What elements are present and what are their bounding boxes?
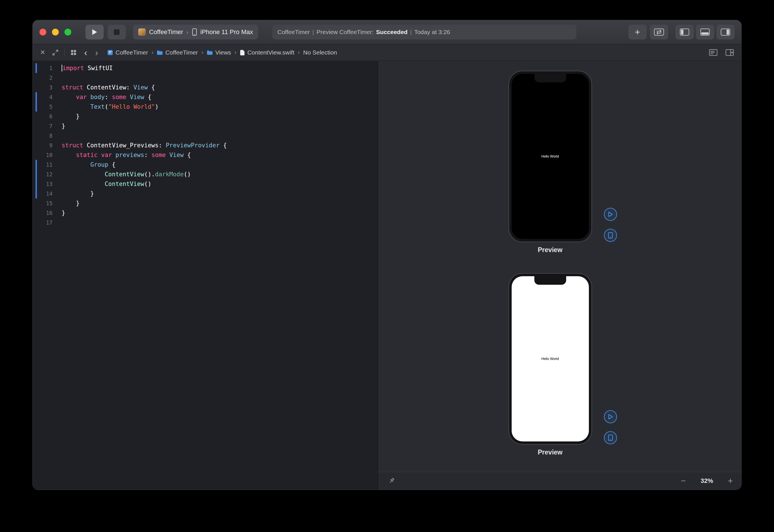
code-line[interactable]: 1import SwiftUI	[33, 63, 378, 73]
line-number[interactable]: 15	[33, 198, 53, 208]
editor-orientation-button[interactable]	[650, 25, 668, 39]
line-number[interactable]: 4	[33, 92, 53, 102]
preview-on-device-button[interactable]	[604, 229, 617, 242]
code-line[interactable]: 8	[33, 131, 378, 141]
breadcrumb-item-coffeetimer[interactable]: CoffeeTimer	[107, 49, 148, 56]
line-number[interactable]: 6	[33, 112, 53, 121]
code-line[interactable]: 16}	[33, 208, 378, 218]
toggle-navigator-button[interactable]	[675, 25, 694, 39]
zoom-controls: − 32% +	[681, 477, 733, 485]
close-editor-button[interactable]: ✕	[39, 49, 46, 56]
zoom-window-button[interactable]	[64, 29, 71, 35]
line-number[interactable]: 12	[33, 169, 53, 179]
device-circle-icon	[608, 232, 613, 239]
text-cursor	[62, 65, 62, 72]
zoom-in-button[interactable]: +	[728, 477, 733, 485]
panel-bottom-icon	[700, 28, 710, 36]
go-forward-button[interactable]: ›	[93, 48, 100, 57]
code-line[interactable]: 10 static var previews: some View {	[33, 150, 378, 160]
minimize-window-button[interactable]	[52, 29, 59, 35]
line-number[interactable]: 7	[33, 121, 53, 131]
code-line[interactable]: 9struct ContentView_Previews: PreviewPro…	[33, 141, 378, 150]
breadcrumb: CoffeeTimer›CoffeeTimer›Views›ContentVie…	[107, 49, 703, 56]
line-number[interactable]: 13	[33, 179, 53, 189]
code-line[interactable]: 12 ContentView().darkMode()	[33, 169, 378, 179]
code-text: }	[62, 123, 65, 129]
phone-notch	[534, 276, 566, 285]
device-circle-icon	[608, 434, 613, 441]
line-number[interactable]: 10	[33, 150, 53, 160]
breadcrumb-label: Views	[215, 49, 231, 56]
code-text: }	[62, 200, 80, 207]
line-number[interactable]: 5	[33, 102, 53, 112]
code-line[interactable]: 17	[33, 218, 378, 227]
code-line[interactable]: 14 }	[33, 189, 378, 198]
code-text: ContentView().darkMode()	[62, 171, 191, 178]
line-number[interactable]: 2	[33, 73, 53, 83]
line-number[interactable]: 1	[33, 63, 53, 73]
breadcrumb-item-contentview-swift[interactable]: ContentView.swift	[240, 49, 294, 56]
preview-buttons	[604, 208, 617, 242]
breadcrumb-label: CoffeeTimer	[165, 49, 198, 56]
folder-icon	[207, 50, 213, 55]
zoom-level[interactable]: 32%	[700, 477, 713, 485]
code-text: ContentView()	[62, 181, 151, 187]
code-line[interactable]: 3struct ContentView: View {	[33, 83, 378, 92]
code-line[interactable]: 2	[33, 73, 378, 83]
line-number[interactable]: 8	[33, 131, 53, 141]
window-controls	[39, 29, 71, 35]
close-window-button[interactable]	[39, 29, 46, 35]
activity-viewer[interactable]: CoffeeTimer | Preview CoffeeTimer: Succe…	[272, 25, 576, 39]
code-line[interactable]: 13 ContentView()	[33, 179, 378, 189]
related-items-button[interactable]	[69, 49, 78, 56]
stop-button[interactable]	[108, 25, 126, 39]
pin-icon	[386, 476, 397, 486]
breadcrumb-separator: ›	[298, 49, 300, 56]
preview-group-light: Hello World Preview	[509, 274, 591, 456]
pin-preview-button[interactable]	[387, 477, 396, 485]
canvas-bottom-bar: − 32% +	[378, 472, 741, 490]
code-text: static var previews: some View {	[62, 152, 191, 158]
code-line[interactable]: 5 Text("Hello World")	[33, 102, 378, 112]
line-number[interactable]: 16	[33, 208, 53, 218]
focus-arrows-icon	[52, 49, 59, 56]
breadcrumb-item-no-selection[interactable]: No Selection	[303, 49, 337, 56]
code-line[interactable]: 15 }	[33, 198, 378, 208]
zoom-out-button[interactable]: −	[681, 477, 686, 485]
line-number[interactable]: 11	[33, 160, 53, 169]
go-back-button[interactable]: ‹	[82, 48, 89, 57]
editor-options-button[interactable]	[708, 49, 719, 56]
jump-bar: ✕ ‹ › CoffeeTimer›CoffeeTimer›Views›Cont…	[33, 44, 741, 61]
scheme-selector[interactable]: CoffeeTimer › iPhone 11 Pro Max	[133, 25, 258, 39]
code-line[interactable]: 7}	[33, 121, 378, 131]
live-preview-button[interactable]	[604, 208, 617, 221]
panel-toggles	[675, 25, 735, 39]
stop-icon	[114, 29, 120, 35]
toggle-inspector-button[interactable]	[716, 25, 735, 39]
add-editor-button[interactable]	[724, 49, 735, 56]
breadcrumb-item-coffeetimer[interactable]: CoffeeTimer	[157, 49, 198, 56]
canvas-scroll-area[interactable]: Hello World Preview	[378, 61, 741, 472]
breadcrumb-separator: ›	[151, 49, 153, 56]
focus-editor-button[interactable]	[51, 49, 60, 56]
preview-on-device-button[interactable]	[604, 431, 617, 444]
toggle-debug-area-button[interactable]	[696, 25, 714, 39]
breadcrumb-item-views[interactable]: Views	[207, 49, 231, 56]
phone-screen-light: Hello World	[512, 276, 589, 441]
preview-canvas: Hello World Preview	[378, 61, 741, 490]
line-number[interactable]: 17	[33, 218, 53, 227]
live-preview-button[interactable]	[604, 410, 617, 423]
run-button[interactable]	[85, 25, 104, 39]
code-editor[interactable]: 1import SwiftUI23struct ContentView: Vie…	[33, 61, 378, 490]
code-line[interactable]: 11 Group {	[33, 160, 378, 169]
split-editor-icon	[725, 49, 734, 56]
code-line[interactable]: 4 var body: some View {	[33, 92, 378, 102]
library-button[interactable]: +	[628, 25, 647, 39]
breadcrumb-separator: ›	[201, 49, 203, 56]
code-line[interactable]: 6 }	[33, 112, 378, 121]
line-number[interactable]: 3	[33, 83, 53, 92]
grid-icon	[70, 49, 77, 56]
line-number[interactable]: 9	[33, 141, 53, 150]
breadcrumb-label: No Selection	[303, 49, 337, 56]
line-number[interactable]: 14	[33, 189, 53, 198]
